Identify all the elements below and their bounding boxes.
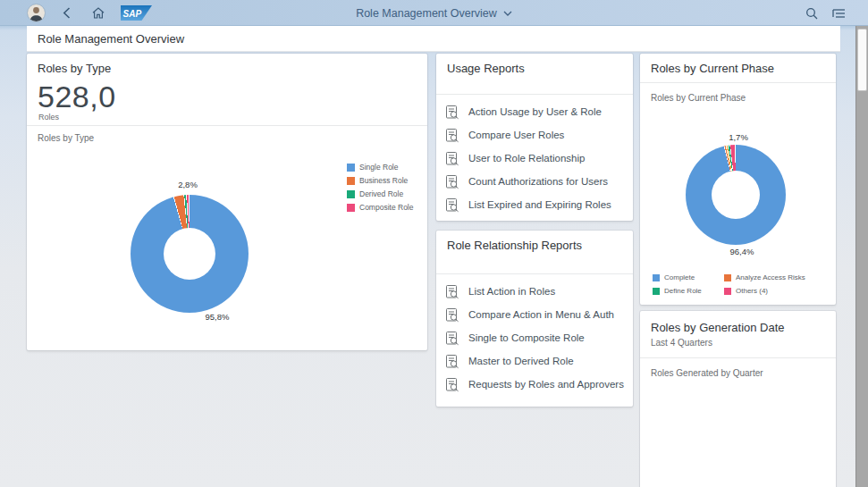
chart-title: Roles by Type (38, 133, 94, 143)
card-roles-by-type: Roles by Type 528,0 Roles Roles by Type … (27, 54, 427, 350)
page-title: Role Management Overview (38, 32, 184, 46)
chart-legend: Single Role Business Role Derived Role C… (347, 163, 413, 212)
card-title: Roles by Type (38, 62, 111, 75)
sap-logo-text: SAP (123, 8, 142, 18)
report-search-icon (445, 284, 460, 299)
user-avatar[interactable] (27, 4, 46, 22)
divider (27, 125, 427, 126)
sap-logo[interactable]: SAP (121, 5, 152, 21)
back-icon (63, 7, 71, 19)
legend-item: Complete (653, 273, 717, 281)
card-roles-by-current-phase: Roles by Current Phase Roles by Current … (640, 54, 836, 305)
report-link-label: Compare User Roles (468, 130, 564, 140)
role-management-overview-app: SAP Role Management Overview Role (0, 0, 868, 487)
report-link-label: List Action in Roles (468, 286, 555, 297)
donut-hole (712, 171, 760, 219)
report-search-icon (445, 307, 460, 323)
report-link-count-authorizations[interactable]: Count Authorizations for Users (436, 170, 633, 193)
shell-app-title-label[interactable]: Role Management Overview (356, 7, 497, 20)
report-search-icon (445, 377, 460, 392)
donut-hole (164, 228, 215, 280)
legend-label: Complete (664, 273, 695, 281)
chart-legend: Complete Analyze Access Risks Define Rol… (653, 273, 805, 295)
legend-item: Define Role (653, 287, 717, 295)
legend-item: Others (4) (724, 287, 805, 295)
scrollbar-track[interactable] (855, 26, 868, 487)
donut-chart-roles-by-type[interactable] (131, 195, 249, 313)
report-list: List Action in Roles Compare Action in M… (436, 280, 633, 396)
report-link-list-expired[interactable]: List Expired and Expiring Roles (436, 193, 633, 216)
legend-swatch (347, 190, 355, 198)
person-icon (28, 4, 45, 21)
data-label-single-role: 95,8% (190, 312, 244, 322)
report-link-requests-by-roles[interactable]: Requests by Roles and Approvers (436, 373, 633, 396)
back-button[interactable] (55, 0, 78, 26)
legend-swatch (724, 274, 731, 281)
overflow-menu-icon[interactable] (832, 8, 846, 19)
legend-item: Composite Role (347, 203, 413, 212)
kpi-header[interactable]: Roles by Type 528,0 Roles (27, 54, 427, 125)
legend-swatch (347, 177, 355, 185)
data-label-others: 1,7% (712, 132, 765, 142)
report-link-label: Single to Composite Role (468, 332, 585, 343)
legend-item: Analyze Access Risks (724, 273, 805, 281)
scrollbar-thumb[interactable] (857, 29, 867, 91)
legend-item: Derived Role (347, 189, 413, 198)
legend-swatch (347, 204, 355, 212)
report-link-label: User to Role Relationship (468, 153, 585, 164)
card-title: Roles by Current Phase (651, 62, 774, 75)
chevron-down-icon (503, 11, 512, 16)
chart-title: Roles Generated by Quarter (651, 368, 763, 378)
legend-swatch (653, 288, 660, 295)
report-link-label: Compare Action in Menu & Auth (468, 309, 614, 320)
shell-bar: SAP Role Management Overview (0, 0, 868, 26)
card-roles-by-generation-date: Roles by Generation Date Last 4 Quarters… (640, 311, 836, 487)
legend-label: Others (4) (736, 287, 768, 295)
report-link-single-to-composite[interactable]: Single to Composite Role (436, 326, 633, 349)
page-title-bar: Role Management Overview (27, 26, 840, 52)
legend-label: Composite Role (359, 203, 413, 212)
report-link-compare-user-roles[interactable]: Compare User Roles (436, 123, 633, 147)
legend-item: Single Role (347, 163, 413, 172)
legend-label: Derived Role (359, 189, 403, 198)
report-search-icon (445, 174, 460, 189)
chart-title: Roles by Current Phase (651, 93, 746, 103)
search-icon[interactable] (805, 7, 818, 20)
report-search-icon (445, 151, 460, 166)
data-label-complete: 96,4% (715, 247, 769, 256)
report-link-label: Action Usage by User & Role (468, 106, 602, 117)
report-link-action-usage[interactable]: Action Usage by User & Role (436, 100, 633, 123)
report-list: Action Usage by User & Role Compare User… (436, 100, 633, 216)
legend-item: Business Role (347, 176, 413, 185)
legend-swatch (653, 274, 660, 281)
report-link-compare-action[interactable]: Compare Action in Menu & Auth (436, 303, 633, 326)
divider (640, 82, 836, 83)
kpi-value: 528,0 (38, 80, 116, 114)
legend-label: Business Role (359, 176, 408, 185)
divider (436, 273, 633, 274)
report-link-master-to-derived[interactable]: Master to Derived Role (436, 349, 633, 373)
card-subtitle: Last 4 Quarters (651, 338, 712, 348)
report-search-icon (445, 105, 460, 120)
report-link-label: Count Authorizations for Users (468, 176, 608, 187)
card-title: Usage Reports (447, 62, 525, 75)
legend-label: Analyze Access Risks (736, 273, 805, 281)
card-title: Roles by Generation Date (651, 321, 785, 334)
report-link-user-to-role[interactable]: User to Role Relationship (436, 147, 633, 170)
card-role-relationship-reports: Role Relationship Reports List Action in… (436, 231, 633, 407)
home-button[interactable] (87, 0, 110, 26)
legend-swatch (347, 164, 355, 172)
home-icon (92, 7, 105, 19)
report-search-icon (445, 354, 460, 369)
report-link-label: Requests by Roles and Approvers (468, 379, 624, 390)
donut-chart-roles-by-current-phase[interactable] (686, 145, 786, 245)
divider (436, 94, 633, 95)
kpi-unit: Roles (38, 113, 59, 122)
report-link-list-action[interactable]: List Action in Roles (436, 280, 633, 303)
report-link-label: List Expired and Expiring Roles (468, 199, 611, 210)
legend-swatch (724, 288, 731, 295)
report-link-label: Master to Derived Role (468, 356, 574, 366)
card-title: Role Relationship Reports (447, 239, 582, 252)
legend-label: Single Role (359, 163, 398, 172)
report-search-icon (445, 197, 460, 213)
